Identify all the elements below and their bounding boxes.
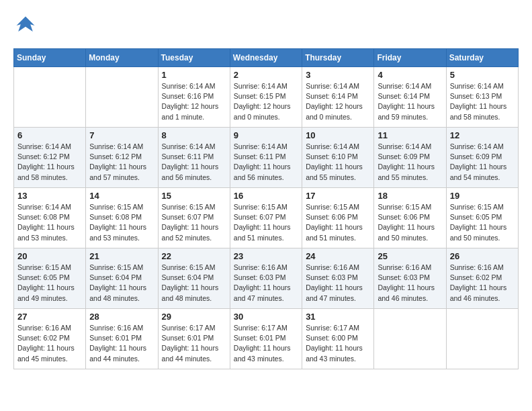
day-number: 20 xyxy=(17,251,82,261)
calendar-cell: 25Sunrise: 6:16 AM Sunset: 6:03 PM Dayli… xyxy=(374,248,446,309)
calendar-cell: 11Sunrise: 6:14 AM Sunset: 6:09 PM Dayli… xyxy=(374,128,446,188)
weekday-header-cell: Sunday xyxy=(14,49,86,67)
logo-icon xyxy=(13,13,38,38)
day-info: Sunrise: 6:14 AM Sunset: 6:10 PM Dayligh… xyxy=(306,142,370,183)
day-info: Sunrise: 6:14 AM Sunset: 6:13 PM Dayligh… xyxy=(450,81,515,122)
day-number: 10 xyxy=(306,130,370,140)
weekday-header-cell: Saturday xyxy=(446,49,518,67)
calendar-cell: 10Sunrise: 6:14 AM Sunset: 6:10 PM Dayli… xyxy=(302,128,374,188)
weekday-header-row: SundayMondayTuesdayWednesdayThursdayFrid… xyxy=(14,49,519,67)
day-info: Sunrise: 6:14 AM Sunset: 6:08 PM Dayligh… xyxy=(17,202,82,243)
day-info: Sunrise: 6:14 AM Sunset: 6:15 PM Dayligh… xyxy=(234,81,298,122)
day-number: 14 xyxy=(89,191,154,201)
calendar-body: 1Sunrise: 6:14 AM Sunset: 6:16 PM Daylig… xyxy=(14,67,519,369)
day-info: Sunrise: 6:15 AM Sunset: 6:07 PM Dayligh… xyxy=(234,202,298,243)
calendar-cell: 29Sunrise: 6:17 AM Sunset: 6:01 PM Dayli… xyxy=(158,309,230,369)
day-number: 8 xyxy=(162,130,226,140)
page-header xyxy=(13,13,519,38)
day-number: 25 xyxy=(378,251,442,261)
day-number: 17 xyxy=(306,191,370,201)
day-number: 16 xyxy=(234,191,298,201)
calendar-cell: 14Sunrise: 6:15 AM Sunset: 6:08 PM Dayli… xyxy=(86,188,158,248)
day-number: 1 xyxy=(162,70,226,80)
day-number: 18 xyxy=(378,191,442,201)
calendar-week-row: 6Sunrise: 6:14 AM Sunset: 6:12 PM Daylig… xyxy=(14,128,519,188)
calendar-week-row: 1Sunrise: 6:14 AM Sunset: 6:16 PM Daylig… xyxy=(14,67,519,128)
day-number: 2 xyxy=(234,70,298,80)
day-info: Sunrise: 6:17 AM Sunset: 6:01 PM Dayligh… xyxy=(162,323,226,364)
day-number: 28 xyxy=(89,312,154,322)
day-number: 5 xyxy=(450,70,515,80)
weekday-header-cell: Friday xyxy=(374,49,446,67)
day-info: Sunrise: 6:15 AM Sunset: 6:08 PM Dayligh… xyxy=(89,202,154,243)
day-number: 3 xyxy=(306,70,370,80)
calendar-cell: 23Sunrise: 6:16 AM Sunset: 6:03 PM Dayli… xyxy=(230,248,302,309)
calendar-cell: 12Sunrise: 6:14 AM Sunset: 6:09 PM Dayli… xyxy=(446,128,518,188)
day-info: Sunrise: 6:14 AM Sunset: 6:16 PM Dayligh… xyxy=(162,81,226,122)
day-number: 9 xyxy=(234,130,298,140)
day-info: Sunrise: 6:14 AM Sunset: 6:11 PM Dayligh… xyxy=(162,142,226,183)
day-info: Sunrise: 6:15 AM Sunset: 6:07 PM Dayligh… xyxy=(162,202,226,243)
day-info: Sunrise: 6:14 AM Sunset: 6:11 PM Dayligh… xyxy=(234,142,298,183)
weekday-header-cell: Thursday xyxy=(302,49,374,67)
calendar-cell: 16Sunrise: 6:15 AM Sunset: 6:07 PM Dayli… xyxy=(230,188,302,248)
calendar-cell: 9Sunrise: 6:14 AM Sunset: 6:11 PM Daylig… xyxy=(230,128,302,188)
day-info: Sunrise: 6:14 AM Sunset: 6:12 PM Dayligh… xyxy=(89,142,154,183)
calendar-cell: 21Sunrise: 6:15 AM Sunset: 6:04 PM Dayli… xyxy=(86,248,158,309)
day-info: Sunrise: 6:16 AM Sunset: 6:03 PM Dayligh… xyxy=(306,263,370,304)
calendar-cell: 18Sunrise: 6:15 AM Sunset: 6:06 PM Dayli… xyxy=(374,188,446,248)
day-number: 22 xyxy=(162,251,226,261)
calendar-cell: 3Sunrise: 6:14 AM Sunset: 6:14 PM Daylig… xyxy=(302,67,374,128)
day-info: Sunrise: 6:17 AM Sunset: 6:01 PM Dayligh… xyxy=(234,323,298,364)
calendar-cell xyxy=(374,309,446,369)
day-info: Sunrise: 6:16 AM Sunset: 6:03 PM Dayligh… xyxy=(234,263,298,304)
day-number: 27 xyxy=(17,312,82,322)
day-info: Sunrise: 6:16 AM Sunset: 6:02 PM Dayligh… xyxy=(17,323,82,364)
calendar-cell: 30Sunrise: 6:17 AM Sunset: 6:01 PM Dayli… xyxy=(230,309,302,369)
day-number: 12 xyxy=(450,130,515,140)
calendar-cell: 15Sunrise: 6:15 AM Sunset: 6:07 PM Dayli… xyxy=(158,188,230,248)
day-info: Sunrise: 6:14 AM Sunset: 6:12 PM Dayligh… xyxy=(17,142,82,183)
calendar-week-row: 20Sunrise: 6:15 AM Sunset: 6:05 PM Dayli… xyxy=(14,248,519,309)
day-number: 24 xyxy=(306,251,370,261)
day-number: 21 xyxy=(89,251,154,261)
day-number: 6 xyxy=(17,130,82,140)
day-number: 29 xyxy=(162,312,226,322)
day-info: Sunrise: 6:16 AM Sunset: 6:01 PM Dayligh… xyxy=(89,323,154,364)
day-info: Sunrise: 6:14 AM Sunset: 6:09 PM Dayligh… xyxy=(450,142,515,183)
day-info: Sunrise: 6:16 AM Sunset: 6:03 PM Dayligh… xyxy=(378,263,442,304)
calendar-cell: 7Sunrise: 6:14 AM Sunset: 6:12 PM Daylig… xyxy=(86,128,158,188)
calendar-cell: 4Sunrise: 6:14 AM Sunset: 6:14 PM Daylig… xyxy=(374,67,446,128)
calendar-table: SundayMondayTuesdayWednesdayThursdayFrid… xyxy=(13,48,519,369)
day-info: Sunrise: 6:15 AM Sunset: 6:06 PM Dayligh… xyxy=(378,202,442,243)
day-number: 4 xyxy=(378,70,442,80)
calendar-cell: 13Sunrise: 6:14 AM Sunset: 6:08 PM Dayli… xyxy=(14,188,86,248)
calendar-cell: 19Sunrise: 6:15 AM Sunset: 6:05 PM Dayli… xyxy=(446,188,518,248)
day-info: Sunrise: 6:14 AM Sunset: 6:09 PM Dayligh… xyxy=(378,142,442,183)
weekday-header-cell: Wednesday xyxy=(230,49,302,67)
day-info: Sunrise: 6:14 AM Sunset: 6:14 PM Dayligh… xyxy=(378,81,442,122)
day-info: Sunrise: 6:15 AM Sunset: 6:05 PM Dayligh… xyxy=(450,202,515,243)
day-number: 11 xyxy=(378,130,442,140)
calendar-cell: 8Sunrise: 6:14 AM Sunset: 6:11 PM Daylig… xyxy=(158,128,230,188)
day-number: 7 xyxy=(89,130,154,140)
calendar-cell xyxy=(14,67,86,128)
day-info: Sunrise: 6:15 AM Sunset: 6:06 PM Dayligh… xyxy=(306,202,370,243)
calendar-cell: 26Sunrise: 6:16 AM Sunset: 6:02 PM Dayli… xyxy=(446,248,518,309)
calendar-cell xyxy=(446,309,518,369)
day-info: Sunrise: 6:16 AM Sunset: 6:02 PM Dayligh… xyxy=(450,263,515,304)
day-info: Sunrise: 6:15 AM Sunset: 6:04 PM Dayligh… xyxy=(89,263,154,304)
calendar-cell: 2Sunrise: 6:14 AM Sunset: 6:15 PM Daylig… xyxy=(230,67,302,128)
calendar-week-row: 13Sunrise: 6:14 AM Sunset: 6:08 PM Dayli… xyxy=(14,188,519,248)
calendar-cell: 22Sunrise: 6:15 AM Sunset: 6:04 PM Dayli… xyxy=(158,248,230,309)
day-number: 31 xyxy=(306,312,370,322)
calendar-week-row: 27Sunrise: 6:16 AM Sunset: 6:02 PM Dayli… xyxy=(14,309,519,369)
day-info: Sunrise: 6:15 AM Sunset: 6:04 PM Dayligh… xyxy=(162,263,226,304)
day-number: 26 xyxy=(450,251,515,261)
weekday-header-cell: Tuesday xyxy=(158,49,230,67)
calendar-cell: 5Sunrise: 6:14 AM Sunset: 6:13 PM Daylig… xyxy=(446,67,518,128)
day-info: Sunrise: 6:15 AM Sunset: 6:05 PM Dayligh… xyxy=(17,263,82,304)
calendar-cell: 28Sunrise: 6:16 AM Sunset: 6:01 PM Dayli… xyxy=(86,309,158,369)
day-number: 19 xyxy=(450,191,515,201)
calendar-cell: 6Sunrise: 6:14 AM Sunset: 6:12 PM Daylig… xyxy=(14,128,86,188)
